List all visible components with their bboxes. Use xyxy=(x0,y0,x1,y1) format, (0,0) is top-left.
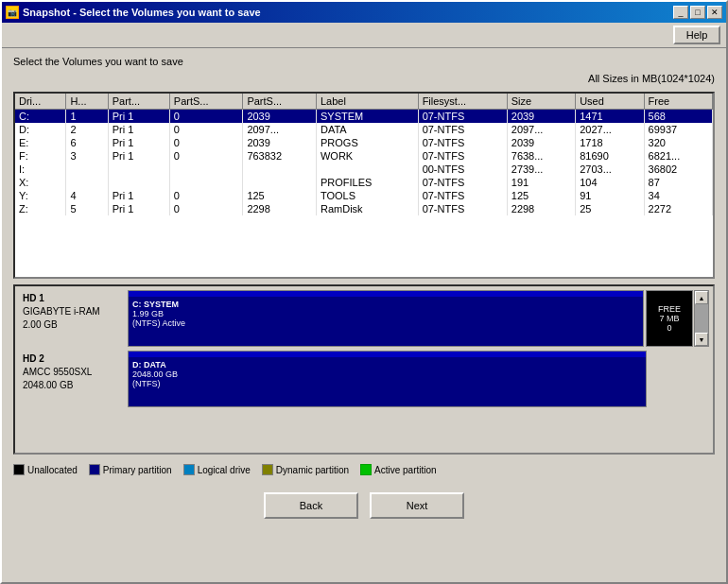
legend-label-logical: Logical drive xyxy=(198,465,251,475)
table-cell: 25 xyxy=(576,202,644,215)
table-row[interactable]: D:2Pri 102097...DATA07-NTFS2097...2027..… xyxy=(15,123,713,136)
table-cell: 34 xyxy=(644,189,712,202)
table-row[interactable]: C:1Pri 102039SYSTEM07-NTFS20391471568 xyxy=(15,110,713,124)
disk-visual-container[interactable]: HD 1 GIGABYTE i-RAM 2.00 GB C: SYSTEM 1.… xyxy=(13,284,715,455)
scroll-down-btn[interactable]: ▼ xyxy=(695,333,708,346)
table-cell: 2298 xyxy=(243,202,317,215)
disk-hd2-line3: 2048.00 GB xyxy=(23,379,124,392)
table-cell xyxy=(66,176,108,189)
table-cell: 4 xyxy=(66,189,108,202)
table-cell: 125 xyxy=(507,189,575,202)
next-button[interactable]: Next xyxy=(370,492,464,519)
disk-hd1-line2: GIGABYTE i-RAM xyxy=(23,305,124,318)
table-cell: 07-NTFS xyxy=(418,202,507,215)
col-drive: Dri... xyxy=(15,94,66,110)
table-row[interactable]: Z:5Pri 102298RamDisk07-NTFS2298252272 xyxy=(15,202,713,215)
table-cell: SYSTEM xyxy=(316,110,418,124)
table-cell: X: xyxy=(15,176,66,189)
window-title: Snapshot - Select the Volumes you want t… xyxy=(23,7,261,18)
table-cell: 07-NTFS xyxy=(418,189,507,202)
table-cell: 568 xyxy=(644,110,712,124)
disk-hd1-line3: 2.00 GB xyxy=(23,318,124,332)
table-cell: 0 xyxy=(169,189,243,202)
table-cell: 87 xyxy=(644,176,712,189)
table-cell: RamDisk xyxy=(316,202,418,215)
col-free: Free xyxy=(644,94,712,110)
table-cell: 0 xyxy=(169,202,243,215)
col-part: Part... xyxy=(108,94,169,110)
disk-scrollbar[interactable]: ▲ ▼ xyxy=(694,290,709,347)
table-cell xyxy=(169,176,243,189)
disk-hd2-seg-data: D: DATA 2048.00 GB (NTFS) xyxy=(129,357,646,406)
back-button[interactable]: Back xyxy=(264,492,358,519)
volume-table-container[interactable]: Dri... H... Part... PartS... PartS... La… xyxy=(13,92,715,279)
table-cell: 5 xyxy=(66,202,108,215)
table-cell: Pri 1 xyxy=(108,149,169,163)
table-row[interactable]: X:PROFILES07-NTFS19110487 xyxy=(15,176,713,189)
table-cell: C: xyxy=(15,110,66,124)
table-cell: WORK xyxy=(316,149,418,163)
table-cell: 2039 xyxy=(507,136,575,149)
table-cell: 2097... xyxy=(243,123,317,136)
table-cell: F: xyxy=(15,149,66,163)
table-cell xyxy=(66,163,108,176)
table-cell: 07-NTFS xyxy=(418,136,507,149)
table-cell xyxy=(108,163,169,176)
table-cell: 2039 xyxy=(243,136,317,149)
table-cell: 91 xyxy=(576,189,644,202)
app-icon: 📷 xyxy=(6,6,19,19)
disk-hd1-seg-system: C: SYSTEM 1.99 GB (NTFS) Active xyxy=(129,297,643,346)
disk-hd2-line1: HD 2 xyxy=(23,352,124,366)
table-row[interactable]: Y:4Pri 10125TOOLS07-NTFS1259134 xyxy=(15,189,713,202)
minimize-button[interactable]: _ xyxy=(673,6,688,19)
disk-label-hd1: HD 1 GIGABYTE i-RAM 2.00 GB xyxy=(19,290,128,347)
table-cell: 69937 xyxy=(644,123,712,136)
table-cell: Pri 1 xyxy=(108,110,169,124)
table-cell: 0 xyxy=(169,149,243,163)
table-cell: 320 xyxy=(644,136,712,149)
table-cell: PROGS xyxy=(316,136,418,149)
table-cell: I: xyxy=(15,163,66,176)
title-bar-left: 📷 Snapshot - Select the Volumes you want… xyxy=(6,6,261,19)
instruction-label: Select the Volumes you want to save xyxy=(13,56,183,67)
title-bar: 📷 Snapshot - Select the Volumes you want… xyxy=(2,2,726,23)
legend-dynamic: Dynamic partition xyxy=(262,464,349,475)
table-row[interactable]: E:6Pri 102039PROGS07-NTFS20391718320 xyxy=(15,136,713,149)
disk-label-hd2: HD 2 AMCC 9550SXL 2048.00 GB xyxy=(19,351,128,407)
close-button[interactable]: ✕ xyxy=(707,6,722,19)
table-cell: 2 xyxy=(66,123,108,136)
hd2-seg-label: D: DATA xyxy=(132,360,642,369)
col-size: Size xyxy=(507,94,575,110)
title-controls: _ □ ✕ xyxy=(673,6,722,19)
table-cell xyxy=(108,176,169,189)
table-cell: Pri 1 xyxy=(108,123,169,136)
maximize-button[interactable]: □ xyxy=(690,6,705,19)
table-cell: 2739... xyxy=(507,163,575,176)
table-cell: 2272 xyxy=(644,202,712,215)
table-row[interactable]: I:00-NTFS2739...2703...36802 xyxy=(15,163,713,176)
legend-label-primary: Primary partition xyxy=(103,465,172,475)
col-fs: Filesyst... xyxy=(418,94,507,110)
size-note: All Sizes in MB(1024*1024) xyxy=(13,73,715,84)
table-cell: Pri 1 xyxy=(108,136,169,149)
table-cell: 7638... xyxy=(507,149,575,163)
table-header-row: Dri... H... Part... PartS... PartS... La… xyxy=(15,94,713,110)
table-cell: 6 xyxy=(66,136,108,149)
legend-active: Active partition xyxy=(360,464,437,475)
table-cell: 1 xyxy=(66,110,108,124)
hd1-free-label: FREE xyxy=(658,304,681,314)
col-h: H... xyxy=(66,94,108,110)
table-cell: 0 xyxy=(169,123,243,136)
table-cell: 07-NTFS xyxy=(418,123,507,136)
hd1-seg-size: 1.99 GB xyxy=(132,309,639,318)
table-row[interactable]: F:3Pri 10763832WORK07-NTFS7638...8169068… xyxy=(15,149,713,163)
legend-unallocated: Unallocated xyxy=(13,464,78,475)
scroll-up-btn[interactable]: ▲ xyxy=(695,291,708,304)
table-cell: E: xyxy=(15,136,66,149)
table-cell: Z: xyxy=(15,202,66,215)
help-button[interactable]: Help xyxy=(673,26,720,44)
table-cell: DATA xyxy=(316,123,418,136)
table-cell: Y: xyxy=(15,189,66,202)
table-cell: 00-NTFS xyxy=(418,163,507,176)
table-body: C:1Pri 102039SYSTEM07-NTFS20391471568D:2… xyxy=(15,110,713,216)
